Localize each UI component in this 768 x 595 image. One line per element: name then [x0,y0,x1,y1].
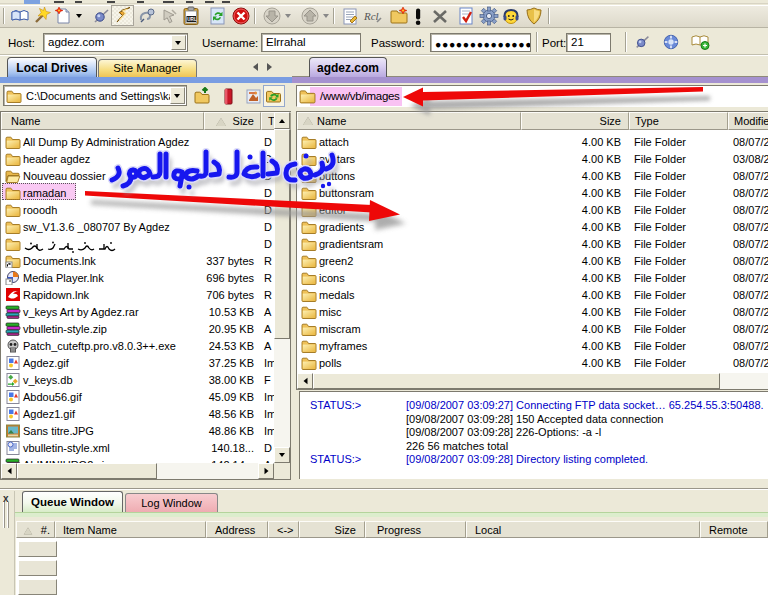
svg-text:URL: URL [187,17,197,22]
svg-text:Rcl: Rcl [363,10,379,22]
